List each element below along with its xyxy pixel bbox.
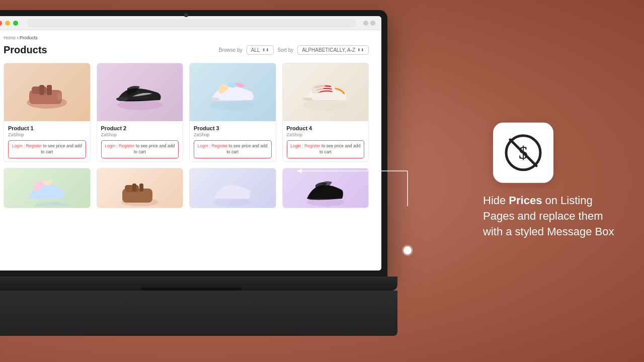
shoe-image-2	[112, 67, 168, 118]
connector-dot	[404, 246, 412, 254]
product-name-4: Product 4	[287, 125, 365, 131]
sort-label: Sort by	[278, 47, 294, 53]
svg-rect-15	[125, 185, 139, 192]
laptop-keyboard	[0, 291, 397, 336]
breadcrumb-current: Products	[20, 35, 38, 40]
product-card-7[interactable]	[189, 168, 276, 208]
shoe-image-8	[303, 171, 348, 206]
callout-area: $ Hide Prices on Listing Pages and repla…	[483, 123, 624, 239]
browse-value: ALL	[251, 47, 260, 53]
product-image-3	[190, 63, 276, 121]
product-image-2	[97, 63, 183, 121]
products-grid-row2	[4, 168, 369, 208]
register-link-1[interactable]: Register	[26, 143, 42, 148]
product-name-1: Product 1	[8, 125, 86, 131]
browser-address-bar[interactable]	[27, 19, 356, 27]
svg-rect-16	[132, 184, 136, 192]
product-card-6[interactable]	[97, 168, 184, 208]
svg-point-7	[116, 97, 128, 101]
login-box-1[interactable]: Login | Register to see price and add to…	[8, 140, 86, 158]
register-link-3[interactable]: Register	[212, 143, 228, 148]
login-link-2[interactable]: Login	[105, 143, 115, 148]
laptop-frame: Home › Products Products Browse by ALL ⬆…	[0, 10, 387, 277]
svg-point-5	[57, 93, 62, 101]
page-header: Products Browse by ALL ⬆⬇ Sort by ALPHAB…	[4, 44, 369, 56]
breadcrumb: Home › Products	[4, 35, 369, 40]
product-card-5[interactable]	[4, 168, 91, 208]
browser-chrome	[0, 16, 381, 30]
shoe-image-7	[210, 171, 255, 206]
filter-bar: Browse by ALL ⬆⬇ Sort by ALPHABETICALLY,…	[219, 45, 369, 55]
shoe-image-1	[22, 67, 72, 118]
shoe-image-5	[24, 171, 69, 206]
browse-label: Browse by	[219, 47, 243, 53]
browse-select[interactable]: ALL ⬆⬇	[247, 45, 274, 55]
browser-maximize-dot[interactable]	[13, 21, 18, 26]
product-card-4[interactable]: Product 4 ZaShop Login | Register to see…	[282, 63, 369, 162]
register-link-4[interactable]: Register	[304, 143, 320, 148]
product-name-3: Product 3	[194, 125, 272, 131]
product-brand-1: ZaShop	[8, 132, 86, 137]
shoe-image-6	[117, 171, 163, 206]
product-info-4: Product 4 ZaShop Login | Register to see…	[283, 121, 369, 161]
shoe-image-3	[205, 67, 260, 118]
product-image-8	[283, 168, 369, 208]
svg-point-9	[210, 98, 220, 101]
product-image-5	[4, 168, 90, 208]
svg-point-6	[117, 100, 163, 110]
laptop-camera	[184, 13, 188, 17]
svg-point-11	[303, 98, 313, 101]
browse-arrow-icon: ⬆⬇	[262, 48, 269, 52]
product-image-6	[97, 168, 183, 208]
svg-point-8	[210, 100, 255, 110]
callout-text-bold: Prices	[509, 194, 542, 207]
store-content: Home › Products Products Browse by ALL ⬆…	[0, 30, 381, 270]
svg-point-12	[34, 202, 69, 206]
product-card-8[interactable]	[282, 168, 369, 208]
product-card-3[interactable]: Product 3 ZaShop Login | Register to see…	[189, 63, 276, 162]
product-info-1: Product 1 ZaShop Login | Register to see…	[4, 121, 90, 161]
browser-ctrl-dot-1	[363, 21, 368, 26]
separator-1: |	[23, 143, 26, 148]
login-box-3[interactable]: Login | Register to see price and add to…	[194, 140, 272, 158]
login-link-4[interactable]: Login	[290, 143, 301, 148]
svg-rect-4	[47, 85, 52, 95]
login-box-4[interactable]: Login | Register to see price and add to…	[287, 140, 365, 158]
product-brand-3: ZaShop	[194, 132, 272, 137]
product-info-3: Product 3 ZaShop Login | Register to see…	[190, 121, 276, 161]
product-card-1[interactable]: Product 1 ZaShop Login | Register to see…	[4, 63, 91, 162]
svg-rect-17	[139, 184, 143, 192]
sort-select[interactable]: ALPHABETICALLY, A-Z ⬆⬇	[297, 45, 369, 55]
callout-text-part1: Hide	[483, 194, 509, 207]
browser-close-dot[interactable]	[0, 21, 2, 26]
breadcrumb-home[interactable]: Home	[4, 35, 16, 40]
separator-3: |	[208, 143, 212, 148]
svg-rect-3	[39, 85, 44, 95]
product-brand-4: ZaShop	[287, 132, 365, 137]
svg-point-10	[303, 100, 348, 110]
browser-controls	[363, 21, 375, 26]
product-card-2[interactable]: Product 2 ZaShop Login | Register to see…	[97, 63, 184, 162]
laptop-base	[0, 277, 397, 291]
laptop-outer: Home › Products Products Browse by ALL ⬆…	[0, 10, 397, 352]
register-link-2[interactable]: Register	[119, 143, 135, 148]
laptop-screen: Home › Products Products Browse by ALL ⬆…	[0, 16, 381, 270]
browser-ctrl-dot-2	[370, 21, 375, 26]
product-image-4	[283, 63, 369, 121]
product-brand-2: ZaShop	[101, 132, 179, 137]
product-image-7	[190, 168, 276, 208]
login-link-1[interactable]: Login	[12, 143, 23, 148]
sort-value: ALPHABETICALLY, A-Z	[302, 47, 355, 53]
product-name-2: Product 2	[101, 125, 179, 131]
browser-minimize-dot[interactable]	[5, 21, 10, 26]
no-price-icon: $	[503, 133, 543, 173]
callout-text: Hide Prices on Listing Pages and replace…	[483, 193, 624, 239]
sort-arrow-icon: ⬆⬇	[357, 48, 364, 52]
product-image-1	[4, 63, 90, 121]
login-box-2[interactable]: Login | Register to see price and add to…	[101, 140, 179, 158]
products-grid: Product 1 ZaShop Login | Register to see…	[4, 63, 369, 162]
login-link-3[interactable]: Login	[198, 143, 208, 148]
shoe-image-4	[298, 67, 353, 118]
product-info-2: Product 2 ZaShop Login | Register to see…	[97, 121, 183, 161]
icon-box: $	[493, 123, 553, 183]
